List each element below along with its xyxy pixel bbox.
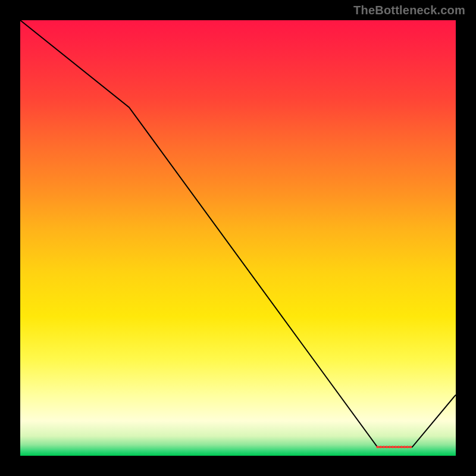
plot-svg <box>20 20 456 456</box>
watermark-text: TheBottleneck.com <box>353 4 465 17</box>
chart-container: TheBottleneck.com <box>0 0 476 476</box>
gradient-background <box>20 20 456 456</box>
plot-frame <box>18 18 458 458</box>
